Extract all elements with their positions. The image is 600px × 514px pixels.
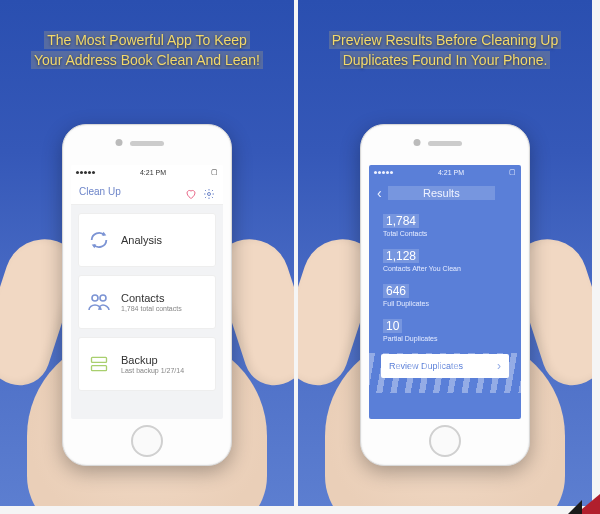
- hand-right: 4:21 PM ▢ ‹ Results 1,784 Total Contacts: [300, 116, 590, 506]
- signal-dots-icon: [374, 171, 393, 174]
- status-bar: 4:21 PM ▢: [369, 165, 521, 179]
- phone-camera: [116, 139, 123, 146]
- tagline-right-line1: Preview Results Before Cleaning Up: [329, 31, 561, 49]
- tagline-right-line2: Duplicates Found In Your Phone.: [340, 51, 551, 69]
- card-title: Contacts: [121, 292, 207, 304]
- stats-list: 1,784 Total Contacts 1,128 Contacts Afte…: [369, 207, 521, 348]
- status-time: 4:21 PM: [438, 169, 464, 176]
- card-backup[interactable]: Backup Last backup 1/27/14: [78, 337, 216, 391]
- card-subtitle: 1,784 total contacts: [121, 305, 207, 312]
- card-contacts[interactable]: Contacts 1,784 total contacts: [78, 275, 216, 329]
- battery-icon: ▢: [211, 168, 218, 176]
- stat-item: 1,784 Total Contacts: [383, 211, 507, 237]
- back-chevron-icon[interactable]: ‹: [377, 185, 382, 201]
- screen-results: 4:21 PM ▢ ‹ Results 1,784 Total Contacts: [369, 165, 521, 419]
- card-subtitle: Last backup 1/27/14: [121, 367, 207, 374]
- page-title: Clean Up: [79, 186, 121, 197]
- backup-icon: [87, 352, 111, 376]
- stat-item: 1,128 Contacts After You Clean: [383, 246, 507, 272]
- heart-icon[interactable]: [185, 186, 197, 198]
- card-analysis[interactable]: Analysis: [78, 213, 216, 267]
- phone-speaker: [428, 141, 462, 146]
- svg-point-1: [92, 295, 98, 301]
- stat-label: Total Contacts: [383, 230, 507, 237]
- svg-rect-4: [92, 366, 107, 371]
- tagline-left-line2: Your Address Book Clean And Lean!: [31, 51, 263, 69]
- svg-rect-3: [92, 357, 107, 362]
- promo-container: The Most Powerful App To Keep Your Addre…: [0, 0, 592, 506]
- svg-point-0: [208, 192, 211, 195]
- svg-point-2: [100, 295, 106, 301]
- promo-panel-left: The Most Powerful App To Keep Your Addre…: [0, 0, 294, 506]
- phone-speaker: [130, 141, 164, 146]
- card-list: Analysis Contacts 1,784 total contacts: [71, 205, 223, 419]
- navbar-results: ‹ Results: [369, 179, 521, 207]
- tagline-left-line1: The Most Powerful App To Keep: [44, 31, 250, 49]
- corner-logo: [566, 490, 600, 514]
- status-bar: 4:21 PM ▢: [71, 165, 223, 179]
- navbar-cleanup: Clean Up: [71, 179, 223, 205]
- home-button[interactable]: [131, 425, 163, 457]
- stat-value: 1,128: [383, 249, 419, 263]
- promo-panel-right: Preview Results Before Cleaning Up Dupli…: [298, 0, 592, 506]
- phone-right: 4:21 PM ▢ ‹ Results 1,784 Total Contacts: [360, 124, 530, 466]
- hand-left: 4:21 PM ▢ Clean Up: [2, 116, 292, 506]
- screen-cleanup: 4:21 PM ▢ Clean Up: [71, 165, 223, 419]
- card-title: Analysis: [121, 234, 207, 246]
- signal-dots-icon: [76, 171, 95, 174]
- stat-value: 1,784: [383, 214, 419, 228]
- tagline-right: Preview Results Before Cleaning Up Dupli…: [298, 0, 592, 71]
- stat-label: Contacts After You Clean: [383, 265, 507, 272]
- page-title: Results: [388, 186, 495, 200]
- battery-icon: ▢: [509, 168, 516, 176]
- card-title: Backup: [121, 354, 207, 366]
- home-button[interactable]: [429, 425, 461, 457]
- gear-icon[interactable]: [203, 186, 215, 198]
- stat-value: 646: [383, 284, 409, 298]
- tagline-left: The Most Powerful App To Keep Your Addre…: [0, 0, 294, 71]
- contacts-icon: [87, 290, 111, 314]
- status-time: 4:21 PM: [140, 169, 166, 176]
- phone-camera: [414, 139, 421, 146]
- stat-label: Full Duplicates: [383, 300, 507, 307]
- phone-left: 4:21 PM ▢ Clean Up: [62, 124, 232, 466]
- stat-item: 646 Full Duplicates: [383, 281, 507, 307]
- stat-value: 10: [383, 319, 402, 333]
- decorative-stripes: [369, 353, 521, 393]
- stat-label: Partial Duplicates: [383, 335, 507, 342]
- stat-item: 10 Partial Duplicates: [383, 316, 507, 342]
- refresh-icon: [87, 228, 111, 252]
